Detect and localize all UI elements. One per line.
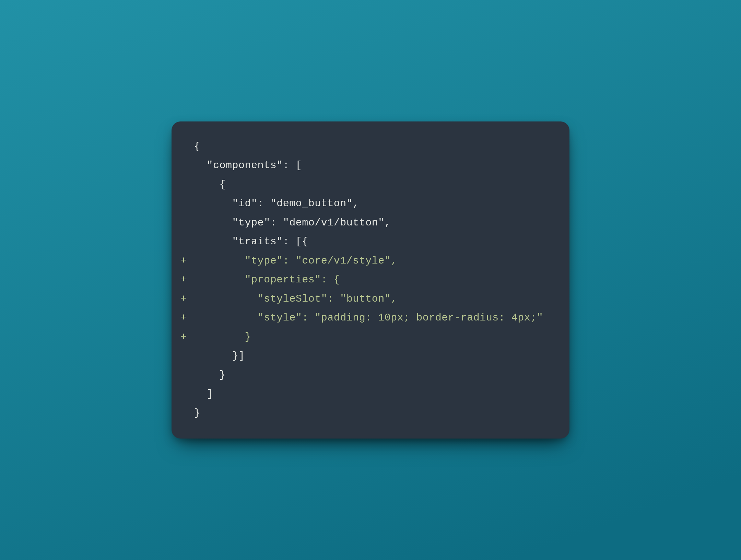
code-line-text: "traits": [{ [194,232,561,252]
code-line-text: } [194,328,561,347]
code-line: "components": [ [180,156,561,175]
code-line: { [180,137,561,156]
code-line-text: { [194,175,561,195]
code-line: "type": "demo/v1/button", [180,213,561,233]
code-block: { "components": [ { "id": "demo_button",… [180,137,561,423]
code-line: } [180,366,561,385]
code-line: "traits": [{ [180,232,561,252]
code-line-text: "styleSlot": "button", [194,290,561,309]
code-line: + } [180,328,561,347]
code-line: + "style": "padding: 10px; border-radius… [180,308,561,328]
code-line: { [180,175,561,195]
code-line: } [180,404,561,423]
diff-marker-added: + [180,252,194,271]
code-line-text: }] [194,347,561,366]
diff-marker-added: + [180,328,194,347]
code-line: }] [180,347,561,366]
code-line-text: "type": "core/v1/style", [194,252,561,271]
diff-marker-added: + [180,290,194,309]
code-line: + "styleSlot": "button", [180,290,561,309]
code-line-text: } [194,366,561,385]
code-line: + "type": "core/v1/style", [180,252,561,271]
code-line-text: } [194,404,561,423]
code-line-text: "style": "padding: 10px; border-radius: … [194,308,561,328]
code-line-text: ] [194,385,561,404]
code-line: ] [180,385,561,404]
diff-marker-added: + [180,270,194,290]
diff-marker-added: + [180,308,194,328]
code-line-text: "components": [ [194,156,561,175]
code-line-text: "properties": { [194,270,561,290]
code-line-text: "id": "demo_button", [194,194,561,213]
code-line-text: "type": "demo/v1/button", [194,213,561,233]
code-line: + "properties": { [180,270,561,290]
code-panel: { "components": [ { "id": "demo_button",… [172,121,569,439]
code-line-text: { [194,137,561,156]
code-line: "id": "demo_button", [180,194,561,213]
